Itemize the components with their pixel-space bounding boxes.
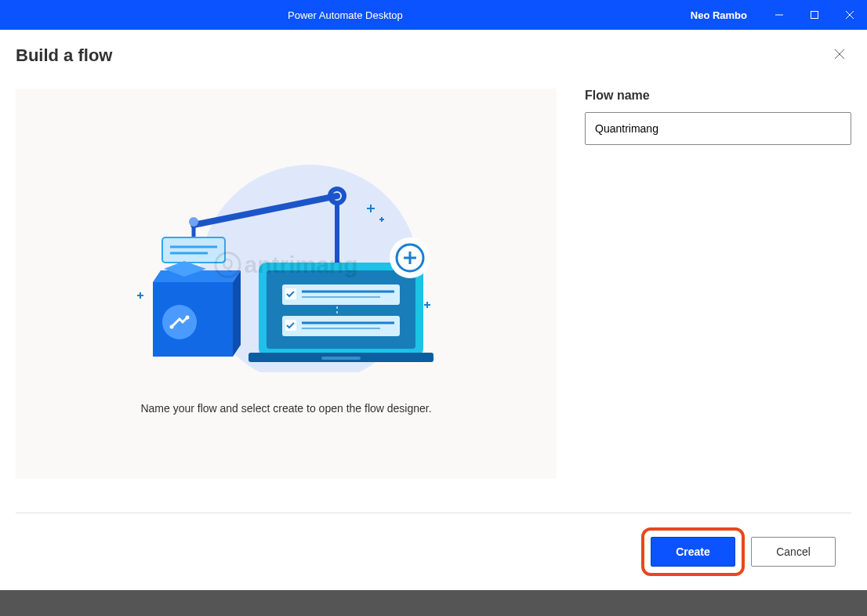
- svg-point-20: [170, 325, 174, 329]
- dialog-content: Build a flow: [0, 30, 867, 590]
- close-icon: [845, 10, 854, 20]
- svg-rect-30: [282, 316, 400, 336]
- svg-rect-25: [321, 357, 361, 360]
- page-title: Build a flow: [16, 45, 112, 66]
- flow-name-label: Flow name: [585, 89, 851, 103]
- svg-rect-26: [282, 284, 400, 305]
- app-window: Power Automate Desktop Neo Rambo Build a…: [0, 0, 867, 590]
- svg-rect-23: [267, 270, 415, 349]
- flow-illustration: Q antrimang: [129, 153, 443, 372]
- svg-rect-1: [811, 12, 818, 19]
- maximize-icon: [810, 10, 819, 20]
- dialog-footer: Create Cancel: [16, 513, 851, 590]
- app-title: Power Automate Desktop: [0, 9, 691, 21]
- cancel-button[interactable]: Cancel: [751, 537, 836, 567]
- user-name[interactable]: Neo Rambo: [691, 9, 761, 21]
- create-button[interactable]: Create: [651, 537, 735, 567]
- watermark-icon: Q: [214, 252, 241, 278]
- flow-name-input[interactable]: [585, 112, 851, 145]
- close-window-button[interactable]: [832, 0, 867, 30]
- minimize-icon: [774, 10, 784, 20]
- watermark-text: antrimang: [244, 252, 357, 278]
- svg-marker-17: [233, 270, 241, 357]
- form-panel: Flow name: [585, 89, 851, 513]
- create-highlight: Create: [641, 527, 745, 576]
- watermark: Q antrimang: [214, 252, 357, 278]
- close-icon: [834, 49, 845, 60]
- illustration-panel: Q antrimang Name your flow and select cr…: [16, 89, 557, 479]
- svg-point-11: [189, 217, 198, 226]
- maximize-button[interactable]: [796, 0, 832, 30]
- svg-point-19: [162, 305, 197, 339]
- svg-point-21: [186, 316, 190, 320]
- minimize-button[interactable]: [761, 0, 796, 30]
- close-dialog-button[interactable]: [828, 44, 851, 67]
- main-row: Q antrimang Name your flow and select cr…: [16, 89, 851, 513]
- illustration-caption: Name your flow and select create to open…: [140, 402, 431, 415]
- bottom-strip: [0, 590, 867, 616]
- page-header: Build a flow: [16, 44, 851, 70]
- titlebar: Power Automate Desktop Neo Rambo: [0, 0, 867, 30]
